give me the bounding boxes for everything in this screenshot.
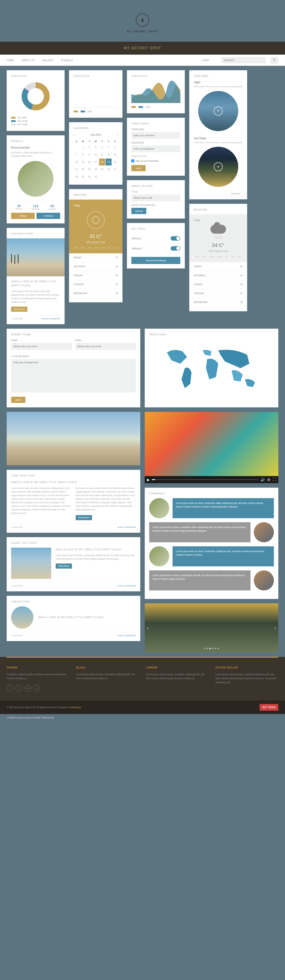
cal-day[interactable]: 21 — [73, 166, 79, 173]
cal-day[interactable]: 19 — [106, 159, 112, 165]
cal-day[interactable]: 12 — [106, 151, 112, 158]
name-input[interactable] — [11, 343, 72, 350]
footer-title: IPSUM DOLOR — [215, 666, 279, 669]
weather-temp: 31 C° — [73, 234, 118, 239]
cal-day[interactable]: 1 — [80, 144, 86, 151]
cal-day[interactable]: 16 — [86, 159, 92, 165]
username-label: USERNAME — [131, 128, 180, 130]
newsletter-checkbox[interactable] — [131, 159, 134, 162]
cal-day[interactable]: 27 — [112, 166, 118, 173]
featured-image[interactable]: + — [198, 91, 238, 131]
settings-icon[interactable]: ⚙ — [267, 477, 270, 482]
nav-about[interactable]: ABOUT US — [22, 59, 34, 62]
cal-day[interactable]: 14 — [73, 159, 79, 165]
cal-day[interactable]: 4 — [99, 144, 105, 151]
post-author[interactable]: by Eric_Example123 — [117, 585, 136, 587]
nav-home[interactable]: HOME — [7, 59, 14, 62]
plus-icon[interactable]: + — [214, 162, 223, 171]
cal-day[interactable]: 28 — [73, 173, 79, 180]
play-button[interactable]: ▶ — [147, 477, 150, 482]
search-input[interactable] — [221, 57, 266, 63]
pinterest-icon[interactable]: p — [33, 685, 40, 692]
card-title: IMAGE UPLOAD — [131, 185, 180, 187]
cal-day[interactable]: 25 — [99, 166, 105, 173]
video-player[interactable]: ▶ 🔊 ⚙ ⛶ — [145, 412, 278, 483]
nav-places[interactable]: PLACES ▾ — [61, 59, 73, 62]
cloud-icon — [211, 225, 226, 234]
download-button[interactable]: 相应下载链接 — [260, 704, 278, 711]
fullscreen-icon[interactable]: ⛶ — [272, 477, 276, 482]
cal-day[interactable]: 2 — [86, 144, 92, 151]
cal-next[interactable]: › — [117, 133, 118, 137]
unfollow-button[interactable]: Unfollow — [36, 213, 60, 219]
featured-image[interactable]: + — [198, 147, 238, 187]
featured-name: Algier — [194, 81, 243, 84]
nav-gallery[interactable]: GALLERY — [42, 59, 54, 62]
cal-day[interactable]: 22 — [80, 166, 86, 173]
volume-icon[interactable]: 🔊 — [261, 477, 265, 482]
read-more-button[interactable]: Read more — [11, 307, 27, 312]
cal-day[interactable]: 5 — [106, 144, 112, 151]
weather-card-2: WEATHER Today 24 C° 50% chance of rain M… — [189, 204, 247, 311]
username-input[interactable] — [131, 132, 180, 139]
cal-day[interactable]: 20 — [112, 159, 118, 165]
card-title: SETTINGS — [131, 228, 180, 230]
read-more-button[interactable]: Read More — [76, 515, 92, 520]
template-link[interactable]: W3layouts — [71, 706, 81, 709]
seemore-link[interactable]: seemore → — [194, 192, 243, 195]
cal-day[interactable]: 15 — [80, 159, 86, 165]
post-author[interactable]: by Eric_Example123 — [117, 526, 136, 528]
email-input[interactable] — [75, 343, 136, 350]
login-send-button[interactable]: send — [131, 165, 146, 171]
upload-button[interactable]: Upload — [131, 208, 146, 214]
title-input[interactable] — [131, 194, 180, 201]
video-progress[interactable] — [152, 479, 258, 480]
cal-day[interactable]: 9 — [86, 151, 92, 158]
advanced-settings-button[interactable]: Advanced Settings — [131, 257, 180, 264]
feed-icon[interactable]: ✉ — [24, 685, 31, 692]
footer: SHARE Consetetur sadipscing elitr, sed d… — [0, 657, 285, 701]
card-title: USER LOGIN — [131, 122, 180, 125]
cal-day[interactable]: 11 — [99, 151, 105, 158]
cal-prev[interactable]: ‹ — [73, 133, 74, 137]
message-input[interactable] — [11, 359, 136, 393]
facebook-icon[interactable]: f — [7, 685, 13, 692]
cal-day[interactable]: 24 — [93, 166, 99, 173]
setting1-toggle[interactable] — [171, 236, 180, 240]
post-author[interactable]: by Eric_Example123 — [117, 635, 136, 636]
plus-icon[interactable]: + — [214, 107, 223, 116]
slider-next[interactable]: › — [272, 623, 278, 633]
slider-prev[interactable]: ‹ — [145, 623, 151, 633]
cal-day[interactable]: 30 — [86, 173, 92, 180]
forgot-password-link[interactable]: Forgot Password — [131, 155, 180, 157]
cal-day[interactable]: 26 — [106, 166, 112, 173]
cal-day[interactable] — [106, 173, 112, 180]
cal-day[interactable]: 7 — [73, 151, 79, 158]
world-map[interactable] — [149, 339, 274, 402]
cal-day[interactable] — [99, 173, 105, 180]
cal-day[interactable]: 18 — [99, 159, 105, 165]
weather-row: SATURDAY24 — [73, 262, 118, 271]
follow-button[interactable]: Follow — [11, 213, 35, 219]
search-button[interactable] — [270, 57, 278, 64]
cal-day[interactable] — [112, 173, 118, 180]
twitter-icon[interactable]: t — [16, 685, 22, 692]
cal-day[interactable]: 8 — [80, 151, 86, 158]
cal-day[interactable] — [73, 144, 79, 151]
cal-day[interactable]: 29 — [80, 173, 86, 180]
password-input[interactable] — [131, 145, 180, 152]
nav-login[interactable]: LOGIN — [201, 59, 209, 62]
cal-day[interactable]: 17 — [93, 159, 99, 165]
setting2-toggle[interactable] — [171, 246, 180, 251]
submit-send-button[interactable]: send — [11, 397, 25, 403]
read-more-button[interactable]: Read More — [55, 563, 72, 569]
cal-day[interactable]: 13 — [112, 151, 118, 158]
cal-day[interactable]: 10 — [93, 151, 99, 158]
cal-day[interactable]: 6 — [112, 144, 118, 151]
cal-day[interactable]: 23 — [86, 166, 92, 173]
slider-dots[interactable] — [204, 648, 219, 649]
post-author[interactable]: by Eric_Example123 — [42, 318, 60, 320]
cal-day[interactable]: 31 — [93, 173, 99, 180]
comment-bubble: Lorem ipsum dolor sit amet, consectetur … — [173, 546, 274, 566]
cal-day[interactable]: 3 — [93, 144, 99, 151]
